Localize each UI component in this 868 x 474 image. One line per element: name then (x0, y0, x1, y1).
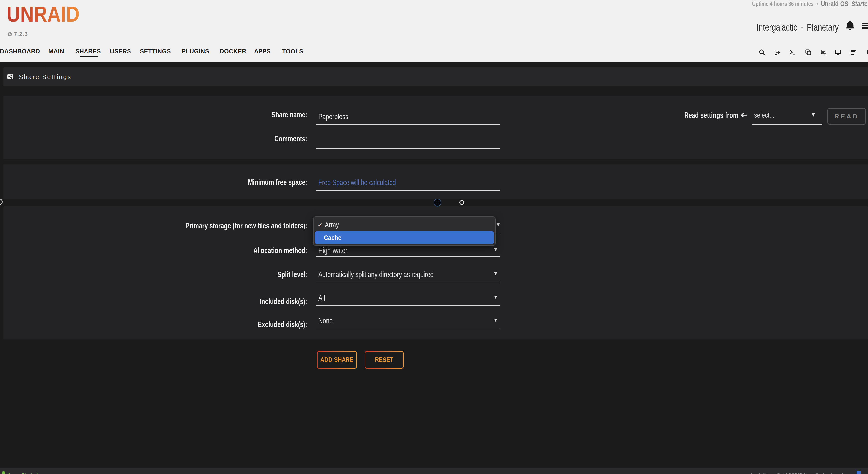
split-level-label: Split level: (121, 269, 307, 279)
comments-label: Comments: (121, 134, 307, 144)
version-label: 7.2.3 (14, 31, 28, 37)
nav-item-users[interactable]: USERS (110, 48, 131, 55)
nav-item-tools[interactable]: TOOLS (282, 48, 303, 55)
nav-item-plugins[interactable]: PLUGINS (182, 48, 209, 55)
split-level-caret-icon[interactable] (494, 272, 497, 275)
dropdown-option-cache[interactable]: Cache (315, 231, 494, 244)
nav-item-main[interactable]: MAIN (49, 48, 64, 55)
os-edition-label: Starter (851, 0, 868, 8)
included-disks-underline (316, 305, 500, 306)
notifications-bell-icon[interactable] (846, 20, 854, 31)
server-separator: • (801, 24, 803, 31)
search-icon[interactable] (758, 49, 765, 56)
excluded-disks-label: Excluded disk(s): (121, 319, 307, 330)
dropdown-option-array[interactable]: ✓ Array (315, 218, 494, 231)
footer-brand-icon (857, 471, 861, 474)
copy-icon[interactable] (805, 49, 812, 56)
read-settings-select-value: select... (754, 110, 774, 120)
excluded-disks-value[interactable]: None (318, 316, 333, 326)
allocation-method-underline (316, 256, 500, 257)
server-description: Planetary (807, 22, 839, 33)
nav-item-dashboard[interactable]: DASHBOARD (0, 48, 40, 55)
nav-item-docker[interactable]: DOCKER (220, 48, 246, 55)
excluded-disks-caret-icon[interactable] (494, 319, 497, 322)
uptime-label: Uptime 4 hours 36 minutes (752, 1, 813, 7)
min-free-space-label: Minimum free space: (121, 177, 307, 187)
split-level-underline (316, 282, 500, 282)
min-free-space-input[interactable] (316, 178, 500, 191)
array-status-dot (2, 471, 5, 474)
read-settings-select-caret-icon[interactable] (812, 113, 815, 116)
os-name-label: Unraid OS (821, 0, 848, 8)
included-disks-value[interactable]: All (318, 293, 325, 303)
panel-share-identity (3, 96, 868, 159)
header: UNRAID 7.2.3 Uptime 4 hours 36 minutes •… (0, 0, 868, 62)
read-button[interactable]: READ (828, 108, 866, 125)
page-title-bar: Share Settings (3, 67, 868, 86)
user-icon[interactable] (866, 49, 868, 56)
terminal-icon[interactable] (789, 49, 796, 56)
page-title: Share Settings (19, 73, 71, 80)
dropdown-option-array-label: Array (325, 221, 339, 229)
primary-storage-label: Primary storage (for new files and folde… (121, 221, 307, 231)
unraid-logo: UNRAID (7, 3, 80, 25)
move-cursor-icon (433, 199, 442, 207)
footer-bar (0, 468, 868, 474)
edge-circle-artifact (0, 199, 3, 205)
dropdown-option-cache-label: Cache (324, 234, 341, 242)
allocation-method-caret-icon[interactable] (494, 248, 497, 251)
version-row: 7.2.3 (8, 31, 28, 37)
included-disks-label: Included disk(s): (121, 296, 307, 306)
feedback-icon[interactable] (820, 49, 827, 56)
check-icon: ✓ (317, 221, 325, 229)
nav-item-apps[interactable]: APPS (254, 48, 271, 55)
click-circle-artifact (459, 200, 464, 205)
server-name: Intergalactic (756, 22, 797, 33)
reset-button[interactable]: RESET (365, 351, 404, 369)
uptime-separator: • (816, 1, 818, 7)
read-settings-label: Read settings from (664, 110, 738, 120)
log-icon[interactable] (850, 49, 857, 56)
nav-active-underline (80, 56, 98, 57)
allocation-method-value[interactable]: High-water (318, 245, 347, 256)
monitor-icon[interactable] (835, 49, 841, 56)
share-name-input[interactable] (316, 112, 500, 125)
excluded-disks-underline (316, 329, 500, 330)
share-name-label: Share name: (121, 109, 307, 120)
included-disks-caret-icon[interactable] (494, 296, 497, 299)
primary-storage-dropdown: ✓ Array Cache (313, 216, 496, 246)
copyright-label: Unraid® and Swirl ©2025 Lime Technology,… (749, 472, 849, 474)
add-share-button[interactable]: ADD SHARE (317, 351, 357, 369)
menu-hamburger-icon[interactable] (862, 23, 868, 29)
read-settings-select-underline (752, 124, 822, 125)
server-identity: Intergalactic • Planetary (756, 22, 839, 33)
split-level-value[interactable]: Automatically split any directory as req… (318, 269, 434, 279)
comments-input[interactable] (316, 136, 500, 148)
array-status-label: Array Started (7, 472, 38, 474)
share-icon (7, 73, 13, 79)
uptime-row: Uptime 4 hours 36 minutes • Unraid OS St… (752, 1, 868, 7)
version-icon (8, 32, 12, 36)
nav-item-settings[interactable]: SETTINGS (140, 48, 171, 55)
logout-icon[interactable] (774, 49, 780, 56)
primary-storage-select-caret-icon[interactable] (497, 223, 500, 227)
allocation-method-label: Allocation method: (121, 245, 307, 256)
nav-item-shares[interactable]: SHARES (75, 48, 101, 55)
arrow-left-icon (741, 111, 747, 118)
